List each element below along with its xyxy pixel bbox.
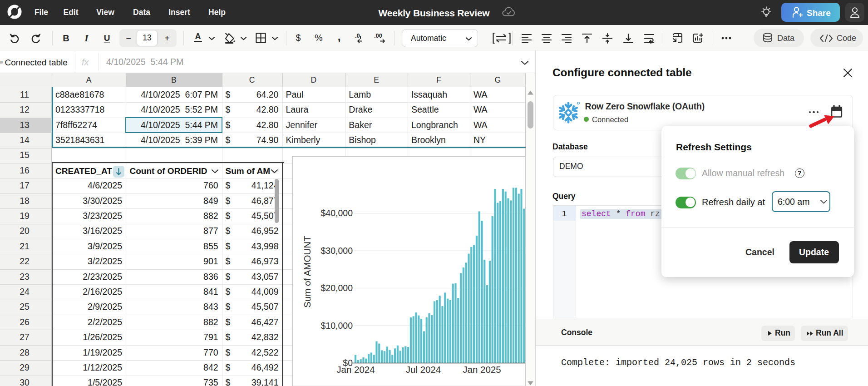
- svg-text:.0: .0: [355, 32, 360, 39]
- svg-text:Jan 2024: Jan 2024: [336, 364, 375, 374]
- svg-text:Jul 2024: Jul 2024: [405, 364, 441, 374]
- svg-text:$30,000: $30,000: [321, 245, 353, 255]
- svg-text:$40,000: $40,000: [321, 208, 353, 218]
- svg-text:.00: .00: [374, 32, 382, 39]
- svg-text:Sum of AMOUNT: Sum of AMOUNT: [302, 235, 312, 307]
- svg-text:$20,000: $20,000: [321, 283, 353, 293]
- svg-text:$10,000: $10,000: [321, 320, 353, 330]
- svg-text:Jan 2025: Jan 2025: [463, 364, 501, 374]
